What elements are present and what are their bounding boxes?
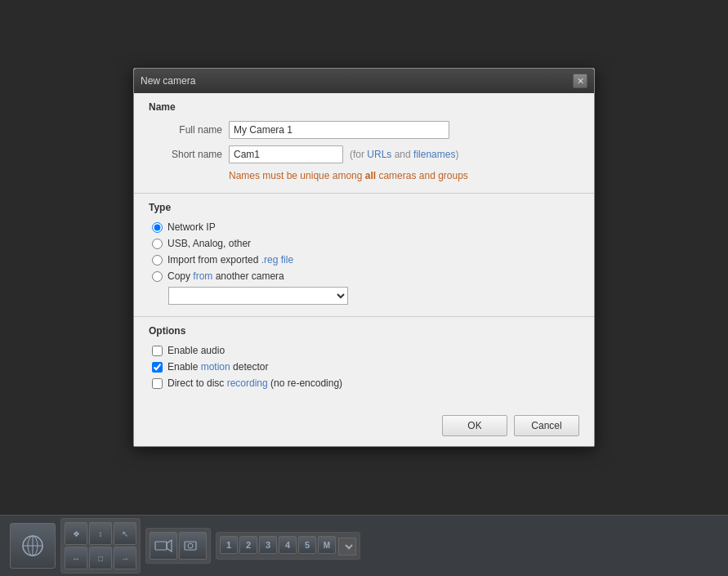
name-section-title: Name [149, 101, 579, 113]
checkbox-direct-input[interactable] [152, 378, 163, 389]
svg-marker-5 [167, 540, 172, 551]
toolbar-cam-group [145, 528, 211, 564]
svg-rect-4 [155, 542, 167, 550]
toolbar-cam-btn-1[interactable] [150, 532, 177, 560]
toolbar-nav-group: ❖ ↕ ↖ ↔ □ → [60, 518, 141, 574]
toolbar-cam-btn-2[interactable] [179, 532, 207, 560]
copy-camera-select[interactable] [168, 287, 348, 305]
toolbar-num-3[interactable]: 3 [259, 536, 277, 554]
short-name-label: Short name [149, 149, 222, 160]
grid-icon [20, 534, 45, 558]
checkbox-audio-label[interactable]: Enable audio [167, 345, 225, 356]
options-section-title: Options [149, 325, 579, 337]
toolbar-num-5[interactable]: 5 [298, 536, 316, 554]
short-name-input[interactable] [229, 145, 343, 163]
short-name-row: Short name (for URLs and filenames) [149, 145, 579, 163]
checkbox-audio-input[interactable] [152, 346, 163, 356]
toolbar-btn-1[interactable]: ❖ [65, 522, 87, 545]
camera-icon-1 [154, 539, 172, 552]
short-name-hint: (for URLs and filenames) [350, 149, 458, 160]
radio-network-ip: Network IP [149, 221, 579, 233]
type-section: Type Network IP USB, Analog, other Impor… [134, 194, 594, 317]
full-name-input[interactable] [229, 121, 449, 139]
type-section-title: Type [149, 202, 579, 213]
dialog-overlay: New camera ✕ Name Full name Short name (… [0, 0, 728, 515]
dialog-title: New camera [141, 75, 195, 87]
ok-button[interactable]: OK [442, 415, 507, 436]
dialog-buttons: OK Cancel [134, 405, 594, 446]
names-warning: Names must be unique among all cameras a… [229, 170, 579, 181]
cancel-button[interactable]: Cancel [514, 415, 579, 436]
toolbar-num-m[interactable]: M [318, 536, 336, 554]
radio-usb-input[interactable] [152, 239, 163, 249]
toolbar-num-1[interactable]: 1 [220, 536, 238, 554]
checkbox-motion-input[interactable] [152, 362, 163, 373]
bottom-toolbar: ❖ ↕ ↖ ↔ □ → [0, 515, 728, 576]
checkbox-audio: Enable audio [149, 345, 579, 356]
radio-import: Import from exported .reg file [149, 254, 579, 266]
radio-copy-label[interactable]: Copy from another camera [167, 270, 284, 282]
radio-usb-label[interactable]: USB, Analog, other [167, 238, 251, 249]
checkbox-direct-label[interactable]: Direct to disc recording (no re-encoding… [167, 377, 342, 389]
full-name-row: Full name [149, 121, 579, 139]
name-section: Name Full name Short name (for URLs and … [134, 93, 594, 194]
checkbox-motion: Enable motion detector [149, 361, 579, 373]
radio-import-input[interactable] [152, 255, 163, 266]
radio-network-ip-label[interactable]: Network IP [167, 221, 216, 233]
checkbox-direct: Direct to disc recording (no re-encoding… [149, 377, 579, 389]
dialog-titlebar: New camera ✕ [134, 69, 594, 93]
radio-copy-input[interactable] [152, 271, 163, 282]
options-section: Options Enable audio Enable motion detec… [134, 317, 594, 405]
toolbar-num-2[interactable]: 2 [239, 536, 257, 554]
toolbar-btn-2[interactable]: ↕ [89, 522, 112, 545]
toolbar-dropdown[interactable] [338, 538, 356, 556]
new-camera-dialog: New camera ✕ Name Full name Short name (… [133, 68, 595, 447]
toolbar-main-btn[interactable] [10, 523, 56, 569]
toolbar-btn-5[interactable]: □ [89, 547, 112, 569]
checkbox-motion-label[interactable]: Enable motion detector [167, 361, 268, 373]
toolbar-btn-3[interactable]: ↖ [114, 522, 136, 545]
toolbar-btn-4[interactable]: ↔ [65, 547, 87, 569]
toolbar-btn-6[interactable]: → [114, 547, 136, 569]
radio-network-ip-input[interactable] [152, 222, 163, 233]
full-name-label: Full name [149, 124, 222, 136]
radio-copy: Copy from another camera [149, 270, 579, 282]
copy-camera-dropdown-row [168, 287, 579, 305]
svg-point-7 [188, 543, 193, 548]
radio-import-label[interactable]: Import from exported .reg file [167, 254, 293, 266]
radio-usb: USB, Analog, other [149, 238, 579, 249]
camera-icon-2 [184, 539, 202, 552]
close-button[interactable]: ✕ [573, 74, 587, 88]
dialog-body: Name Full name Short name (for URLs and … [134, 93, 594, 446]
toolbar-num-4[interactable]: 4 [279, 536, 297, 554]
toolbar-num-group: 1 2 3 4 5 M [216, 532, 360, 560]
